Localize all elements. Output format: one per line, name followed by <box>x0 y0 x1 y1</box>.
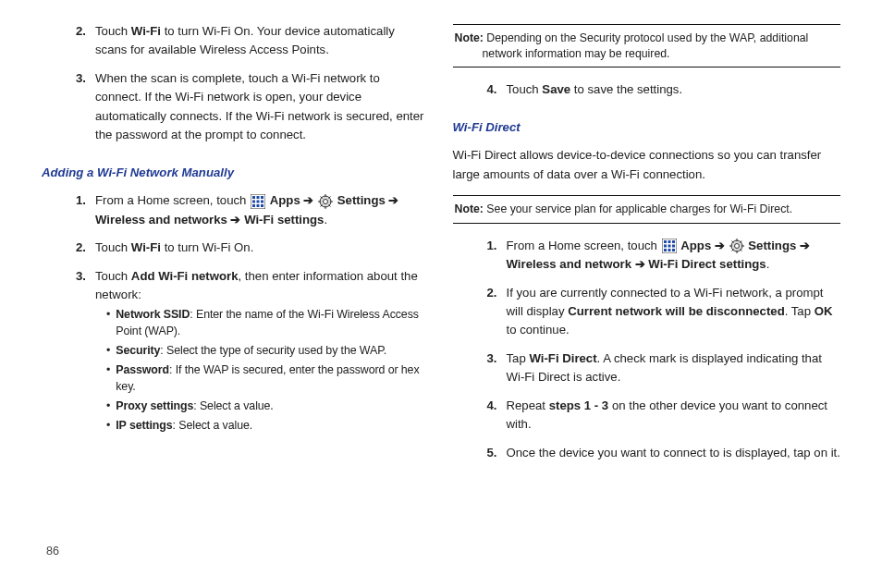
step-text: From a Home screen, touch Apps ➔ Setting… <box>507 237 841 275</box>
step-number: 3. <box>64 267 86 286</box>
list-item: 3. Touch Add Wi-Fi network, then enter i… <box>64 267 430 443</box>
svg-rect-3 <box>261 196 263 199</box>
step-text: If you are currently connected to a Wi-F… <box>507 284 841 340</box>
svg-point-11 <box>324 199 328 203</box>
subheading: Wi-Fi Direct <box>453 118 841 137</box>
bullet-item: •Proxy settings: Select a value. <box>106 398 425 415</box>
step-number: 3. <box>475 349 497 368</box>
step-number: 3. <box>64 69 86 88</box>
svg-rect-25 <box>668 245 670 248</box>
list-item: 2. Touch Wi-Fi to turn Wi-Fi On. Your de… <box>64 22 430 60</box>
svg-rect-22 <box>668 240 670 243</box>
bullet-item: •Security: Select the type of security u… <box>106 343 425 360</box>
svg-rect-28 <box>668 249 670 251</box>
bullet-list: •Network SSID: Enter the name of the Wi-… <box>95 307 425 435</box>
step-text: When the scan is complete, touch a Wi-Fi… <box>95 69 430 145</box>
bullet-item: •Password: If the WAP is secured, enter … <box>106 362 425 396</box>
svg-rect-29 <box>672 249 675 251</box>
list-item: 2. If you are currently connected to a W… <box>475 284 841 340</box>
list-item: 4. Touch Save to save the settings. <box>475 80 841 99</box>
svg-rect-6 <box>261 200 263 202</box>
svg-rect-24 <box>664 245 667 248</box>
step-text: Tap Wi-Fi Direct. A check mark is displa… <box>507 349 841 387</box>
step-text: Once the device you want to connect to i… <box>507 444 841 462</box>
apps-icon <box>251 194 265 209</box>
svg-rect-7 <box>252 204 255 207</box>
step-text: Touch Save to save the settings. <box>507 80 841 99</box>
step-number: 2. <box>475 284 497 302</box>
step-text: Touch Wi-Fi to turn Wi-Fi On. Your devic… <box>95 22 430 60</box>
svg-rect-9 <box>261 204 263 207</box>
svg-rect-2 <box>257 196 260 199</box>
subheading: Adding a Wi-Fi Network Manually <box>42 164 430 182</box>
list-item: 1. From a Home screen, touch Apps ➔ Sett… <box>64 191 430 229</box>
note-box: Note: See your service plan for applicab… <box>453 195 841 224</box>
list-item: 1. From a Home screen, touch Apps ➔ Sett… <box>475 237 841 275</box>
list-item: 3. When the scan is complete, touch a Wi… <box>64 69 430 145</box>
left-column: 2. Touch Wi-Fi to turn Wi-Fi On. Your de… <box>42 18 430 547</box>
gear-icon <box>729 239 744 253</box>
step-text: Touch Wi-Fi to turn Wi-Fi On. <box>95 239 430 257</box>
step-text: From a Home screen, touch Apps ➔ Setting… <box>95 191 430 229</box>
step-number: 1. <box>64 191 86 210</box>
svg-rect-26 <box>672 245 675 248</box>
svg-rect-8 <box>257 204 260 207</box>
bullet-item: •IP settings: Select a value. <box>106 418 425 435</box>
svg-rect-23 <box>672 240 675 243</box>
list-item: 5. Once the device you want to connect t… <box>475 444 841 462</box>
step-number: 5. <box>475 444 497 462</box>
step-number: 1. <box>475 237 497 255</box>
svg-rect-5 <box>257 200 260 202</box>
step-number: 2. <box>64 22 86 41</box>
step-number: 2. <box>64 239 86 257</box>
gear-icon <box>318 194 333 209</box>
svg-point-31 <box>734 244 739 249</box>
note-box: Note: Depending on the Security protocol… <box>453 24 841 67</box>
list-item: 4. Repeat steps 1 - 3 on the other devic… <box>475 397 841 435</box>
svg-rect-1 <box>252 196 255 199</box>
step-text: Touch Add Wi-Fi network, then enter info… <box>95 267 430 443</box>
right-column: Note: Depending on the Security protocol… <box>453 18 841 547</box>
page-number: 86 <box>46 545 59 557</box>
svg-rect-4 <box>252 200 255 202</box>
apps-icon <box>662 239 677 253</box>
list-item: 2. Touch Wi-Fi to turn Wi-Fi On. <box>64 239 430 257</box>
list-item: 3. Tap Wi-Fi Direct. A check mark is dis… <box>475 349 841 387</box>
step-number: 4. <box>475 80 497 99</box>
svg-rect-21 <box>664 240 667 243</box>
step-number: 4. <box>475 397 497 415</box>
step-text: Repeat steps 1 - 3 on the other device y… <box>507 397 841 435</box>
intro-text: Wi-Fi Direct allows device-to-device con… <box>453 146 841 184</box>
manual-page: 2. Touch Wi-Fi to turn Wi-Fi On. Your de… <box>0 0 882 558</box>
bullet-item: •Network SSID: Enter the name of the Wi-… <box>106 307 425 340</box>
svg-rect-27 <box>664 249 667 251</box>
